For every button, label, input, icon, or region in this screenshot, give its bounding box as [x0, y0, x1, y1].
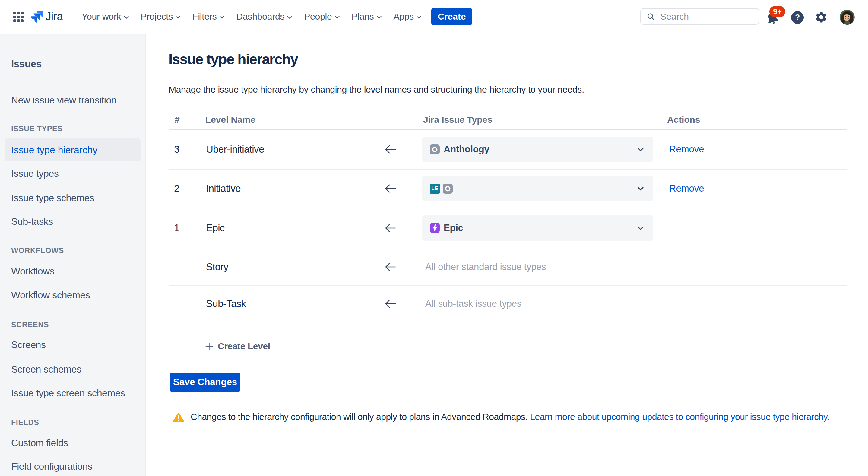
table-row-initiative: 2 Initiative LE Remove — [169, 169, 847, 208]
issue-type-label: Epic — [444, 222, 463, 234]
level-name: Uber-initiative — [206, 144, 264, 155]
table-row-epic: 1 Epic Epic — [169, 208, 847, 248]
chevron-down-icon[interactable] — [636, 184, 645, 194]
settings-button[interactable] — [815, 10, 828, 24]
notifications-button[interactable]: 9+ — [766, 9, 786, 27]
sidebar-item-new-issue-view-transition[interactable]: New issue view transition — [11, 93, 116, 107]
notification-badge: 9+ — [769, 6, 785, 17]
plus-icon — [205, 342, 214, 351]
nav-item-plans[interactable]: Plans — [352, 11, 382, 22]
sidebar-item-screens[interactable]: Screens — [11, 338, 46, 351]
column-header-actions: Actions — [667, 115, 700, 125]
nav-item-filters[interactable]: Filters — [192, 11, 225, 22]
chevron-down-icon — [219, 14, 225, 21]
settings-sidebar: Issues New issue view transition ISSUE T… — [0, 34, 146, 476]
column-header-level-name: Level Name — [206, 115, 255, 125]
sidebar-item-screen-schemes[interactable]: Screen schemes — [11, 363, 82, 376]
table-row-uber-initiative: 3 Uber-initiative Anthology Remove — [169, 130, 847, 169]
main-content: Issue type hierarchy Manage the issue ty… — [146, 34, 868, 476]
nav-item-projects[interactable]: Projects — [141, 11, 182, 22]
nav-item-apps[interactable]: Apps — [394, 11, 423, 22]
level-name: Story — [206, 261, 228, 273]
left-arrow-icon — [385, 224, 396, 233]
sidebar-item-workflows[interactable]: Workflows — [11, 265, 54, 278]
chevron-down-icon — [376, 14, 382, 21]
page-description: Manage the issue type hierarchy by chang… — [168, 85, 584, 95]
sidebar-item-issue-types[interactable]: Issue types — [11, 167, 59, 180]
nav-item-your-work[interactable]: Your work — [82, 11, 130, 22]
warning-banner: Changes to the hierarchy configuration w… — [173, 410, 829, 423]
issue-types-select[interactable]: Epic — [422, 215, 653, 241]
level-name: Sub-Task — [206, 298, 246, 309]
sidebar-title: Issues — [11, 57, 42, 70]
create-button[interactable]: Create — [431, 8, 472, 25]
chevron-down-icon — [175, 14, 181, 21]
level-number: 3 — [174, 144, 180, 155]
anthology-issue-type-icon — [430, 145, 440, 154]
issue-types-placeholder: All sub-task issue types — [425, 298, 522, 309]
epic-issue-type-icon — [430, 223, 440, 233]
warning-learn-more-link[interactable]: Learn more about upcoming updates to con… — [530, 412, 829, 422]
sidebar-section-screens: SCREENS — [11, 318, 49, 331]
table-row-sub-task: Sub-Task All sub-task issue types — [169, 285, 847, 322]
column-header-number: # — [175, 115, 180, 125]
level-name: Epic — [206, 222, 225, 234]
sidebar-item-sub-tasks[interactable]: Sub-tasks — [11, 215, 53, 228]
avatar-photo — [840, 10, 855, 25]
sidebar-item-issue-type-hierarchy[interactable]: Issue type hierarchy — [5, 139, 141, 161]
left-arrow-icon — [385, 262, 396, 271]
sidebar-item-issue-type-screen-schemes[interactable]: Issue type screen schemes — [11, 386, 125, 400]
issue-types-placeholder: All other standard issue types — [425, 262, 546, 272]
le-issue-type-icon: LE — [430, 184, 440, 194]
warning-text: Changes to the hierarchy configuration w… — [191, 412, 527, 422]
search-icon — [647, 12, 655, 21]
app-switcher-icon[interactable] — [13, 12, 24, 22]
issue-type-label: Anthology — [444, 144, 489, 155]
remove-level-button[interactable]: Remove — [669, 144, 704, 155]
search-input[interactable] — [660, 11, 751, 22]
chevron-down-icon — [415, 14, 422, 21]
jira-logo-mark — [31, 10, 43, 23]
chevron-down-icon[interactable] — [636, 145, 645, 154]
jira-logo[interactable]: Jira — [31, 0, 63, 33]
primary-nav: Your work Projects Filters Dashboards Pe… — [82, 0, 422, 33]
left-arrow-icon — [385, 184, 396, 193]
sidebar-section-fields: FIELDS — [11, 416, 39, 429]
chevron-down-icon — [286, 14, 293, 21]
save-changes-button[interactable]: Save Changes — [170, 373, 240, 392]
left-arrow-icon — [385, 145, 396, 154]
nav-item-people[interactable]: People — [304, 11, 340, 22]
question-mark-icon: ? — [795, 13, 800, 22]
table-row-story: Story All other standard issue types — [169, 248, 847, 285]
level-number: 2 — [174, 183, 180, 194]
hierarchy-table: # Level Name Jira Issue Types Actions 3 … — [169, 112, 847, 322]
sidebar-item-custom-fields[interactable]: Custom fields — [11, 436, 68, 449]
warning-icon — [173, 412, 184, 422]
nav-item-dashboards[interactable]: Dashboards — [237, 11, 293, 22]
sidebar-section-issue-types: ISSUE TYPES — [11, 122, 63, 135]
table-header-row: # Level Name Jira Issue Types Actions — [169, 112, 847, 130]
level-number: 1 — [174, 222, 180, 234]
issue-types-select[interactable]: LE — [422, 176, 653, 201]
level-name: Initiative — [206, 183, 241, 194]
remove-level-button[interactable]: Remove — [669, 183, 704, 194]
sidebar-item-issue-type-schemes[interactable]: Issue type schemes — [11, 191, 94, 205]
chevron-down-icon — [334, 14, 341, 21]
chevron-down-icon[interactable] — [636, 223, 645, 233]
help-button[interactable]: ? — [791, 11, 804, 24]
sidebar-section-workflows: WORKFLOWS — [11, 244, 64, 257]
create-level-button[interactable]: Create Level — [205, 341, 270, 351]
search-box[interactable] — [640, 8, 759, 25]
gear-icon — [815, 10, 828, 24]
page-title: Issue type hierarchy — [168, 51, 298, 67]
column-header-jira-issue-types: Jira Issue Types — [423, 115, 493, 125]
circle-issue-type-icon — [443, 184, 453, 194]
left-arrow-icon — [385, 299, 396, 308]
user-avatar[interactable] — [840, 10, 855, 25]
issue-types-select[interactable]: Anthology — [422, 137, 653, 162]
sidebar-item-field-configurations[interactable]: Field configurations — [11, 460, 93, 473]
sidebar-item-workflow-schemes[interactable]: Workflow schemes — [11, 288, 90, 302]
jira-logo-text: Jira — [45, 10, 63, 23]
top-navigation-bar: Jira Your work Projects Filters Dashboar… — [0, 0, 868, 33]
chevron-down-icon — [123, 14, 130, 21]
